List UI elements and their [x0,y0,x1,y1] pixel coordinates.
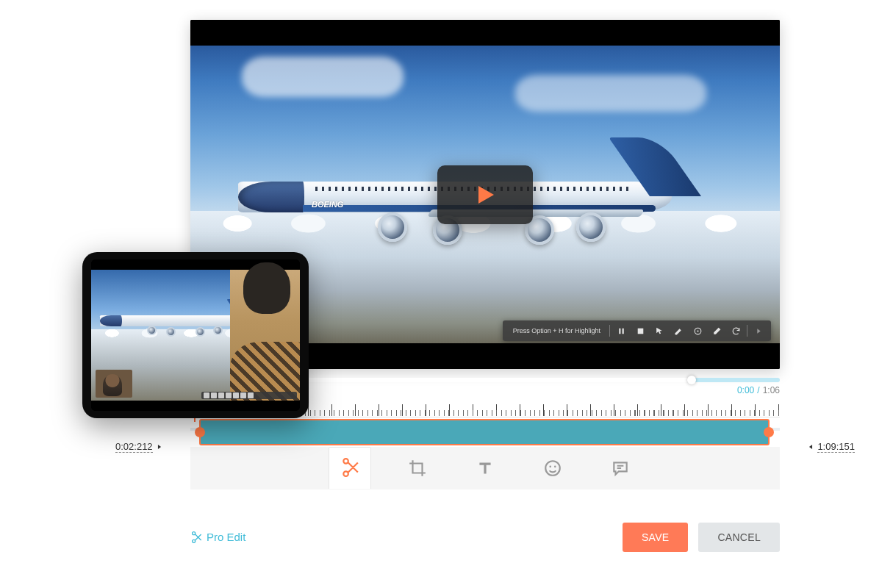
play-button[interactable] [437,165,533,224]
editor-tool-tabs [190,447,780,490]
scissors-icon [190,531,202,543]
scissors-icon [340,458,359,477]
total-duration: 1:06 [763,385,780,395]
svg-rect-0 [637,328,643,334]
svg-point-5 [554,466,556,468]
time-display: 0:00 / 1:06 [737,385,780,395]
tab-comment[interactable] [600,448,641,489]
tab-emoji[interactable] [532,448,573,489]
save-button[interactable]: SAVE [623,523,689,552]
play-icon [472,182,498,208]
tab-crop[interactable] [397,448,438,489]
annotation-tip: Press Option + H for Highlight [507,327,606,334]
eraser-icon[interactable] [709,323,725,339]
webcam-pip [96,370,132,398]
mini-annotation-bar [201,392,297,399]
stop-icon[interactable] [632,323,648,339]
current-time: 0:00 [737,385,754,395]
target-icon[interactable] [689,323,706,339]
emoji-icon [543,459,562,478]
pause-icon[interactable] [613,323,629,339]
more-icon[interactable] [750,323,767,339]
annotation-toolbar: Press Option + H for Highlight [503,320,771,341]
comment-icon [611,459,630,478]
trim-segment[interactable] [199,419,770,445]
thumbnail-device [82,252,309,418]
progress-thumb[interactable] [687,376,696,384]
triangle-right-icon [156,443,163,451]
trim-track[interactable]: 0:02:212 1:09:151 [190,417,780,447]
pro-edit-link[interactable]: Pro Edit [190,531,245,543]
thumbnail-screen[interactable] [91,259,300,411]
svg-point-4 [549,466,551,468]
cursor-icon[interactable] [651,323,667,339]
svg-point-2 [697,330,698,331]
svg-point-3 [545,461,560,476]
letterbox-top [190,20,780,46]
webcam-person [230,270,300,401]
tab-text[interactable] [465,448,506,489]
text-icon [476,459,495,478]
airplane-brand: BOEING [312,200,343,209]
tab-cut[interactable] [329,448,370,489]
triangle-left-icon [807,443,814,451]
editor-footer: Pro Edit SAVE CANCEL [190,531,780,543]
crop-icon [408,459,427,478]
cancel-button[interactable]: CANCEL [698,523,780,552]
pencil-icon[interactable] [670,323,686,339]
trim-end-time[interactable]: 1:09:151 [807,441,855,453]
trim-start-time[interactable]: 0:02:212 [115,441,163,453]
refresh-icon[interactable] [728,323,744,339]
